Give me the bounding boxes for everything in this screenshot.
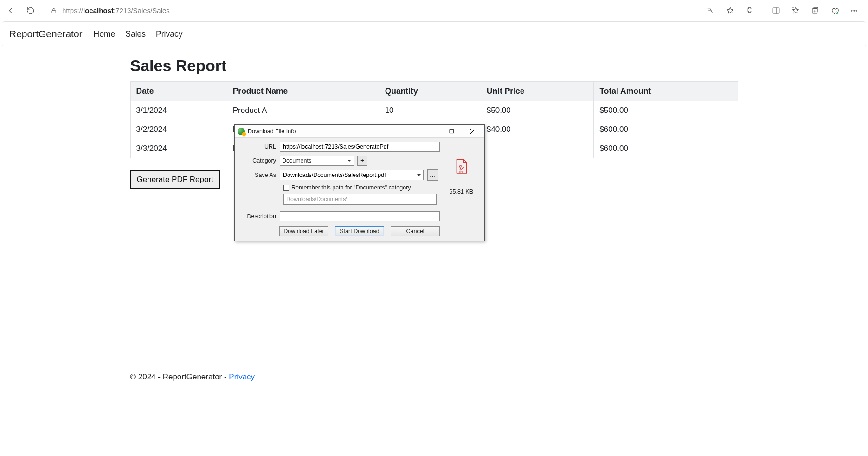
download-dialog: Download File Info PDF 65.81 KB URL Cate… (234, 124, 485, 241)
col-product: Product Name (227, 82, 379, 101)
col-total: Total Amount (594, 82, 738, 101)
cancel-button[interactable]: Cancel (391, 226, 440, 236)
cell-date: 3/2/2024 (130, 120, 227, 139)
lock-icon (50, 7, 58, 14)
svg-rect-0 (52, 10, 56, 13)
path-display[interactable]: Downloads\Documents\ (283, 194, 437, 205)
nav-link-sales[interactable]: Sales (125, 29, 146, 39)
remember-label: Remember this path for "Documents" categ… (291, 184, 411, 191)
cell-total: $600.00 (594, 120, 738, 139)
svg-point-3 (836, 12, 838, 14)
footer-text: © 2024 - ReportGenerator - (130, 372, 229, 381)
saveas-label: Save As (240, 172, 280, 178)
table-header-row: Date Product Name Quantity Unit Price To… (130, 82, 738, 101)
col-qty: Quantity (379, 82, 481, 101)
dialog-title: Download File Info (248, 128, 296, 135)
dialog-titlebar[interactable]: Download File Info (235, 125, 484, 138)
more-icon[interactable] (848, 4, 861, 17)
download-later-button[interactable]: Download Later (279, 226, 328, 236)
nav-link-home[interactable]: Home (94, 29, 116, 39)
cell-product: Product A (227, 101, 379, 120)
cell-unit (481, 139, 594, 158)
footer: © 2024 - ReportGenerator - Privacy (0, 372, 868, 382)
divider (763, 6, 763, 15)
pdf-icon: PDF (453, 158, 469, 174)
cell-date: 3/3/2024 (130, 139, 227, 158)
split-screen-icon[interactable] (770, 4, 783, 17)
file-preview: PDF 65.81 KB (450, 158, 473, 195)
cell-total: $500.00 (594, 101, 738, 120)
category-select[interactable]: Documents (280, 156, 354, 166)
idm-logo-icon (238, 128, 245, 135)
close-button[interactable] (462, 125, 483, 137)
brand[interactable]: ReportGenerator (9, 28, 84, 39)
url-text: https://localhost:7213/Sales/Sales (62, 7, 170, 14)
table-row: 3/1/2024 Product A 10 $50.00 $500.00 (130, 101, 738, 120)
nav-link-privacy[interactable]: Privacy (156, 29, 182, 39)
checkbox-icon (283, 185, 289, 191)
svg-point-6 (856, 10, 857, 11)
read-aloud-icon[interactable] (704, 4, 717, 17)
cell-qty: 10 (379, 101, 481, 120)
page-title: Sales Report (130, 57, 738, 75)
svg-point-5 (854, 10, 855, 11)
address-bar[interactable]: https://localhost:7213/Sales/Sales (44, 3, 694, 19)
browser-toolbar: https://localhost:7213/Sales/Sales (0, 0, 868, 21)
description-label: Description (240, 213, 280, 220)
back-button[interactable] (5, 4, 18, 17)
refresh-button[interactable] (24, 4, 37, 17)
cell-date: 3/1/2024 (130, 101, 227, 120)
generate-pdf-button[interactable]: Generate PDF Report (130, 170, 220, 189)
description-field[interactable] (280, 211, 440, 221)
browser-essentials-icon[interactable] (828, 4, 841, 17)
saveas-field[interactable] (280, 170, 424, 180)
svg-rect-7 (450, 129, 453, 133)
favorite-star-icon[interactable] (724, 4, 737, 17)
url-label: URL (240, 143, 280, 150)
app-navbar: ReportGenerator Home Sales Privacy (2, 21, 866, 46)
col-date: Date (130, 82, 227, 101)
svg-text:PDF: PDF (459, 171, 464, 174)
cell-unit: $40.00 (481, 120, 594, 139)
minimize-button[interactable] (419, 125, 441, 137)
add-category-button[interactable]: + (357, 156, 367, 166)
cell-total: $600.00 (594, 139, 738, 158)
collections-icon[interactable] (809, 4, 822, 17)
footer-privacy-link[interactable]: Privacy (229, 372, 255, 381)
favorites-list-icon[interactable] (789, 4, 802, 17)
file-size: 65.81 KB (450, 189, 473, 195)
toolbar-right (704, 4, 863, 17)
col-unit: Unit Price (481, 82, 594, 101)
url-field[interactable] (280, 142, 440, 152)
category-label: Category (240, 157, 280, 164)
extensions-icon[interactable] (743, 4, 756, 17)
svg-point-4 (851, 10, 852, 11)
maximize-button[interactable] (441, 125, 462, 137)
browse-button[interactable]: ... (427, 169, 438, 181)
cell-unit: $50.00 (481, 101, 594, 120)
start-download-button[interactable]: Start Download (335, 226, 384, 236)
